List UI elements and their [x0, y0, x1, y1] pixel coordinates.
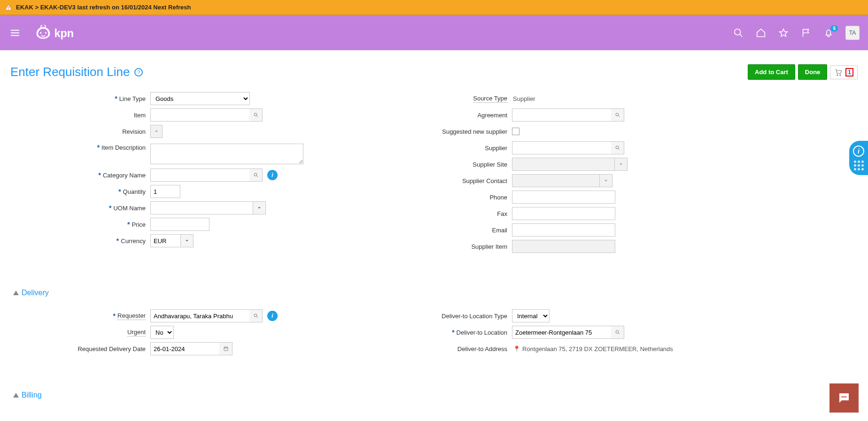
billing-section-header[interactable]: Billing	[0, 377, 868, 404]
guide-widget[interactable]: i	[849, 141, 868, 175]
info-icon[interactable]: i	[267, 170, 278, 180]
cart-count: 1	[845, 68, 853, 77]
agreement-search-icon[interactable]	[611, 108, 624, 122]
page-title: Enter Requisition Line ?	[10, 65, 143, 79]
delivery-left-column: *Requester i Urgent No Requested Deliver…	[14, 306, 371, 358]
done-button[interactable]: Done	[798, 64, 828, 80]
svg-point-9	[254, 173, 257, 176]
search-icon[interactable]	[733, 27, 744, 38]
supplier-site-input	[512, 158, 614, 171]
svg-point-8	[254, 113, 257, 116]
svg-point-2	[40, 32, 42, 34]
keypad-icon	[854, 161, 864, 170]
guide-info-icon: i	[853, 145, 864, 157]
delivery-right-column: Deliver-to Location Type Internal *Deliv…	[376, 306, 733, 358]
add-to-cart-button[interactable]: Add to Cart	[748, 64, 795, 80]
svg-point-17	[845, 396, 846, 398]
collapse-icon	[13, 393, 19, 398]
source-type-value: Supplier	[512, 93, 536, 104]
requested-delivery-date-input[interactable]	[150, 342, 220, 355]
requester-search-icon[interactable]	[249, 309, 263, 322]
category-search-icon[interactable]	[249, 168, 263, 182]
menu-button[interactable]	[8, 26, 22, 39]
svg-point-6	[837, 74, 838, 75]
app-header: kpn 6 TA	[0, 15, 868, 50]
supplier-item-input	[512, 240, 615, 253]
deliver-to-location-input[interactable]	[512, 326, 612, 339]
banner-text: EKAK > EKAK-DEV3 last refresh on 16/01/2…	[16, 4, 191, 11]
left-column: *Line Type Goods Item Revision *Item Des…	[14, 89, 371, 256]
cart-button[interactable]: 1	[830, 65, 858, 79]
svg-point-16	[844, 396, 845, 398]
environment-banner: EKAK > EKAK-DEV3 last refresh on 16/01/2…	[0, 0, 868, 15]
deliver-to-address-value: 📍Rontgenlaan 75, 2719 DX ZOETERMEER, Net…	[512, 344, 674, 354]
delivery-section-header[interactable]: Delivery	[0, 275, 868, 302]
supplier-contact-input	[512, 174, 599, 187]
agreement-input[interactable]	[512, 108, 612, 122]
quantity-input[interactable]	[150, 185, 180, 198]
brand-logo[interactable]: kpn	[35, 24, 94, 41]
help-icon[interactable]: ?	[134, 68, 143, 77]
notification-count: 6	[830, 25, 838, 31]
item-input[interactable]	[150, 108, 250, 122]
deliver-to-location-search-icon[interactable]	[611, 326, 624, 339]
requester-input[interactable]	[150, 309, 250, 322]
svg-point-12	[254, 314, 257, 317]
svg-rect-13	[224, 347, 228, 351]
right-column: Source Type Supplier Agreement Suggested…	[376, 89, 733, 256]
svg-text:kpn: kpn	[54, 27, 74, 39]
svg-point-7	[840, 74, 841, 75]
svg-point-11	[616, 146, 619, 149]
email-input[interactable]	[512, 223, 615, 237]
svg-point-5	[735, 29, 741, 35]
map-pin-icon: 📍	[513, 345, 520, 352]
currency-dropdown-icon[interactable]	[180, 234, 194, 247]
notifications-icon[interactable]: 6	[823, 27, 834, 38]
warning-icon	[5, 4, 12, 11]
suggested-supplier-checkbox[interactable]	[512, 128, 519, 135]
svg-point-15	[842, 396, 843, 398]
urgent-select[interactable]: No	[150, 326, 174, 339]
svg-rect-1	[8, 8, 8, 9]
user-avatar[interactable]: TA	[845, 26, 860, 40]
uom-name-input[interactable]	[150, 201, 253, 214]
line-type-select[interactable]: Goods	[150, 92, 250, 105]
currency-input[interactable]	[150, 234, 180, 247]
item-description-textarea[interactable]	[150, 144, 303, 164]
info-icon[interactable]: i	[267, 311, 278, 321]
uom-dropdown-icon[interactable]	[253, 201, 266, 214]
svg-point-14	[616, 330, 619, 333]
phone-input[interactable]	[512, 191, 615, 204]
chat-icon	[837, 391, 851, 404]
cart-icon	[834, 68, 843, 77]
title-row: Enter Requisition Line ? Add to Cart Don…	[0, 50, 868, 84]
collapse-icon	[13, 291, 19, 295]
supplier-site-dropdown-icon	[614, 158, 628, 171]
home-icon[interactable]	[755, 27, 767, 38]
item-search-icon[interactable]	[249, 108, 263, 122]
star-icon[interactable]	[778, 27, 789, 38]
svg-point-3	[45, 32, 47, 34]
supplier-input[interactable]	[512, 141, 612, 154]
calendar-icon[interactable]	[219, 342, 232, 355]
svg-rect-0	[8, 7, 8, 8]
category-name-input[interactable]	[150, 168, 250, 182]
supplier-search-icon[interactable]	[611, 141, 624, 154]
svg-point-10	[616, 113, 619, 116]
revision-dropdown	[150, 125, 163, 138]
supplier-contact-dropdown-icon	[599, 174, 612, 187]
chat-button[interactable]	[829, 383, 859, 404]
fax-input[interactable]	[512, 207, 615, 220]
deliver-to-location-type-select[interactable]: Internal	[512, 309, 550, 322]
price-input[interactable]	[150, 218, 209, 231]
flag-icon[interactable]	[800, 27, 812, 38]
